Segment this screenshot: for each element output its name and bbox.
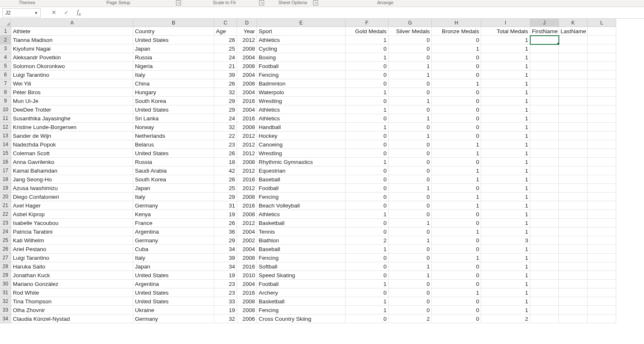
cell-I19[interactable]: 1	[481, 184, 530, 193]
row-header-24[interactable]: 24	[0, 227, 11, 236]
cell-L8[interactable]	[588, 88, 616, 97]
cell-G19[interactable]: 1	[389, 184, 432, 193]
cell-H29[interactable]: 0	[432, 271, 481, 280]
cell-D32[interactable]: 2008	[237, 297, 257, 306]
cell-L9[interactable]	[588, 97, 616, 105]
row-header-22[interactable]: 22	[0, 210, 11, 219]
cell-F12[interactable]: 1	[345, 123, 389, 132]
cell-I29[interactable]: 1	[481, 271, 530, 280]
cell-D12[interactable]: 2008	[237, 123, 257, 132]
cell-C30[interactable]: 23	[214, 280, 237, 288]
cell-L28[interactable]	[588, 262, 616, 271]
cell-H7[interactable]: 1	[432, 79, 481, 88]
cell-E2[interactable]: Athletics	[257, 36, 345, 44]
cell-C12[interactable]: 32	[214, 123, 237, 132]
cell-C26[interactable]: 34	[214, 245, 237, 254]
cell-G30[interactable]: 0	[389, 280, 432, 288]
cell-D4[interactable]: 2004	[237, 53, 257, 62]
cell-B26[interactable]: Cuba	[133, 245, 214, 254]
cell-D33[interactable]: 2008	[237, 306, 257, 315]
row-header-27[interactable]: 27	[0, 254, 11, 262]
cell-K4[interactable]	[559, 53, 588, 62]
cell-C20[interactable]: 29	[214, 193, 237, 201]
cell-H6[interactable]: 0	[432, 71, 481, 79]
cell-L24[interactable]	[588, 227, 616, 236]
cell-J9[interactable]	[530, 97, 559, 105]
cell-C25[interactable]: 29	[214, 236, 237, 245]
cell-C11[interactable]: 24	[214, 114, 237, 123]
cell-E12[interactable]: Handball	[257, 123, 345, 132]
cell-G7[interactable]: 0	[389, 79, 432, 88]
cell-K2[interactable]	[559, 36, 588, 44]
cell-A30[interactable]: Mariano González	[11, 280, 133, 288]
cell-D30[interactable]: 2004	[237, 280, 257, 288]
cell-C4[interactable]: 24	[214, 53, 237, 62]
cell-E25[interactable]: Biathlon	[257, 236, 345, 245]
cell-L12[interactable]	[588, 123, 616, 132]
cell-D10[interactable]: 2004	[237, 105, 257, 114]
cell-B18[interactable]: South Korea	[133, 175, 214, 184]
cell-L1[interactable]	[588, 27, 616, 36]
cell-C17[interactable]: 42	[214, 166, 237, 175]
col-header-I[interactable]: I	[481, 19, 530, 27]
cell-J19[interactable]	[530, 184, 559, 193]
cell-K29[interactable]	[559, 271, 588, 280]
col-header-G[interactable]: G	[389, 19, 432, 27]
col-header-L[interactable]: L	[588, 19, 616, 27]
cell-C32[interactable]: 33	[214, 297, 237, 306]
cell-D28[interactable]: 2016	[237, 262, 257, 271]
cell-A16[interactable]: Anna Gavrilenko	[11, 158, 133, 166]
row-header-6[interactable]: 6	[0, 71, 11, 79]
cell-H26[interactable]: 0	[432, 245, 481, 254]
cell-L11[interactable]	[588, 114, 616, 123]
cell-B28[interactable]: Japan	[133, 262, 214, 271]
cell-D24[interactable]: 2004	[237, 227, 257, 236]
dialog-launcher-icon[interactable]	[259, 0, 264, 5]
cell-D8[interactable]: 2004	[237, 88, 257, 97]
cell-A28[interactable]: Haruka Saito	[11, 262, 133, 271]
cell-B12[interactable]: Norway	[133, 123, 214, 132]
cell-K13[interactable]	[559, 132, 588, 140]
cell-E34[interactable]: Cross Country Skiing	[257, 315, 345, 323]
cell-K26[interactable]	[559, 245, 588, 254]
cell-I17[interactable]: 1	[481, 166, 530, 175]
cell-H34[interactable]: 0	[432, 315, 481, 323]
cell-I34[interactable]: 2	[481, 315, 530, 323]
cell-B30[interactable]: Argentina	[133, 280, 214, 288]
row-header-19[interactable]: 19	[0, 184, 11, 193]
cell-L34[interactable]	[588, 315, 616, 323]
cell-G22[interactable]: 0	[389, 210, 432, 219]
cell-L2[interactable]	[588, 36, 616, 44]
cell-F34[interactable]: 0	[345, 315, 389, 323]
cell-D31[interactable]: 2016	[237, 288, 257, 297]
row-header-29[interactable]: 29	[0, 271, 11, 280]
cell-E30[interactable]: Football	[257, 280, 345, 288]
cell-K15[interactable]	[559, 149, 588, 158]
cell-K22[interactable]	[559, 210, 588, 219]
cell-L16[interactable]	[588, 158, 616, 166]
cell-C14[interactable]: 23	[214, 140, 237, 149]
cell-C23[interactable]: 26	[214, 219, 237, 227]
cell-B20[interactable]: Italy	[133, 193, 214, 201]
col-header-H[interactable]: H	[432, 19, 481, 27]
cell-F18[interactable]: 0	[345, 175, 389, 184]
cell-C19[interactable]: 25	[214, 184, 237, 193]
cell-G16[interactable]: 0	[389, 158, 432, 166]
cell-D7[interactable]: 2008	[237, 79, 257, 88]
row-header-5[interactable]: 5	[0, 62, 11, 71]
cell-D26[interactable]: 2004	[237, 245, 257, 254]
cell-E29[interactable]: Speed Skating	[257, 271, 345, 280]
cell-H32[interactable]: 0	[432, 297, 481, 306]
cell-L23[interactable]	[588, 219, 616, 227]
cell-A19[interactable]: Azusa Iwashimizu	[11, 184, 133, 193]
select-all-corner[interactable]	[0, 19, 11, 27]
formula-input[interactable]	[86, 8, 644, 17]
cell-I31[interactable]: 1	[481, 288, 530, 297]
cell-B13[interactable]: Netherlands	[133, 132, 214, 140]
cell-A11[interactable]: Susanthika Jayasinghe	[11, 114, 133, 123]
cell-K5[interactable]	[559, 62, 588, 71]
cell-J6[interactable]	[530, 71, 559, 79]
cell-E21[interactable]: Beach Volleyball	[257, 201, 345, 210]
cell-E4[interactable]: Boxing	[257, 53, 345, 62]
cell-H31[interactable]: 1	[432, 288, 481, 297]
